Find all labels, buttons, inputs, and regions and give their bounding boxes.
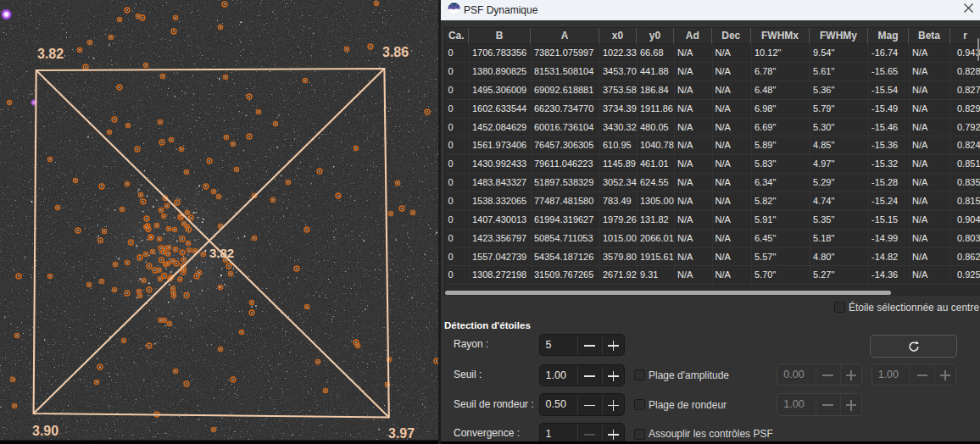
svg-text:3.82: 3.82 [37,47,64,61]
svg-text:3.97: 3.97 [388,426,415,441]
svg-text:3.82: 3.82 [209,246,234,260]
svg-text:3.86: 3.86 [382,45,409,59]
svg-text:3.90: 3.90 [32,424,58,438]
